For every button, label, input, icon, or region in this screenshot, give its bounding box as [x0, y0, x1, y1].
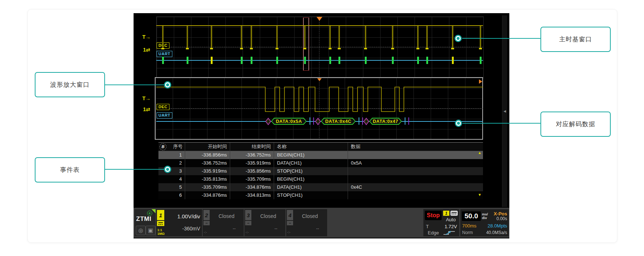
zoom-right-arrow-icon[interactable] [479, 79, 482, 84]
touch-icon[interactable]: ▣ [146, 226, 156, 235]
timebase-unit-bottom: div [482, 216, 487, 220]
uart-bus-label-main[interactable]: UART [157, 51, 172, 57]
trigger-source-badge[interactable]: 1 [443, 211, 449, 216]
trigger-coupling-icon[interactable] [450, 211, 458, 216]
uart-stop-marker-icon [310, 117, 314, 125]
channel-4-block[interactable]: 4−Closed---:- [286, 209, 327, 236]
col-start-time: 开始时间 [185, 143, 230, 151]
side-panel-strip[interactable]: ◀ [502, 15, 507, 207]
scrollbar-up-icon[interactable]: ▲ [478, 151, 482, 155]
decode-burst-tick [452, 57, 454, 64]
table-row[interactable]: 2-336.752ms-335.919msDATA(CH1)0x5A [158, 159, 483, 167]
channel-2-block[interactable]: 2−Closed---:- [203, 209, 244, 236]
uart-data-frame: DATA:0x5A [271, 118, 307, 125]
channel-4-minus-badge[interactable]: − [287, 221, 293, 225]
zoom-center-axis-v [319, 78, 319, 138]
channel-3-block[interactable]: 3−Closed---:- [244, 209, 285, 236]
trigger-mode-label[interactable]: Edge [428, 230, 439, 236]
dec-bus-label-zoom[interactable]: DEC [157, 104, 169, 110]
trigger-level-marker[interactable]: T→ [142, 34, 151, 39]
bus-b-icon[interactable]: B [160, 143, 166, 150]
cell-end-time: -334.876ms [230, 183, 274, 191]
channel-3-offset-placeholder: -- [274, 226, 277, 231]
cell-data [348, 175, 483, 183]
channel-3-badge[interactable]: 3 [245, 210, 251, 220]
channel-2-badge[interactable]: 2 [203, 210, 210, 220]
cell-end-time: -335.856ms [230, 167, 274, 175]
bus-activity-pulse [187, 26, 188, 49]
cell-index: 4 [158, 175, 185, 183]
scrollbar-down-icon[interactable]: ▼ [478, 193, 482, 197]
trigger-level-label: T [426, 224, 429, 229]
pulse-cap [329, 48, 332, 49]
timebase-block[interactable]: 50.0 ms/ div X-Pos 0.00s 700ms 28.0Mpts … [460, 209, 509, 236]
timebase-scale[interactable]: 50.0 [462, 211, 481, 221]
zoom-channel1-position-marker[interactable]: 1⇄ [143, 107, 150, 112]
channel-4-probe-placeholder: -:- [287, 230, 291, 234]
decode-burst-tick [187, 57, 188, 64]
uart-data-frame: DATA:0x47 [369, 118, 402, 125]
channel-3-probe-placeholder: -:- [246, 230, 249, 234]
cell-name: DATA(CH1) [274, 183, 348, 191]
col-data: 数据 [348, 143, 483, 151]
callout-marker-event-table [164, 166, 171, 173]
knob-icon[interactable]: ◎ [136, 226, 146, 235]
channel-1-coupling-icon[interactable] [157, 221, 164, 226]
cell-index: 6 [158, 191, 185, 199]
trigger-status-block[interactable]: Stop 1 Auto T 1.72V Edge [423, 209, 459, 236]
uart-start-marker-icon [265, 118, 272, 125]
bus-activity-pulse [365, 26, 366, 49]
uart-start-marker-icon [363, 118, 370, 125]
zoom-trigger-level-marker[interactable]: T→ [142, 96, 151, 101]
channel-4-badge[interactable]: 4 [287, 210, 293, 220]
cell-start-time: -334.876ms [185, 191, 230, 199]
channel-3-minus-badge[interactable]: − [245, 221, 251, 225]
callout-box-event-table: 事件表 [35, 157, 105, 182]
uart-data-frame-label: DATA:0x5A [272, 118, 306, 124]
brand-logo: ZTMI [136, 215, 151, 223]
channel-4-offset-placeholder: -- [316, 226, 319, 231]
callout-box-zoom-window: 波形放大窗口 [35, 72, 105, 97]
uart-bus-label-zoom[interactable]: UART [157, 112, 172, 118]
rising-edge-icon [442, 230, 456, 236]
decode-burst-tick [304, 57, 306, 64]
table-row[interactable]: 1-336.856ms-336.752msBEGIN(CH1) [158, 151, 483, 159]
uart-data-frame-label: DATA:0x47 [370, 118, 401, 124]
cell-data [348, 167, 483, 175]
page: T→ 1⇄ DEC UART T→ 1⇄ DEC UART B 序号 开始时间 … [0, 0, 644, 256]
run-state-badge[interactable]: Stop [425, 211, 442, 220]
channel-1-block[interactable]: 1 1.00V/div -360mV 1:1 1MΩ [156, 209, 202, 236]
uart-start-marker-icon [315, 118, 321, 125]
cell-name: STOP(CH1) [274, 191, 348, 199]
table-row[interactable]: 4-335.813ms-335.709msBEGIN(CH1) [158, 175, 483, 183]
zoom-trigger-position-icon[interactable] [317, 78, 322, 81]
cell-index: 3 [158, 167, 185, 175]
channel-1-impedance: 1MΩ [157, 232, 165, 236]
channel-1-probe-ratio: 1:1 [157, 228, 162, 232]
callout-line-zoom-window [104, 84, 164, 85]
table-row[interactable]: 5-335.709ms-334.876msDATA(CH1)0x4C [158, 183, 483, 191]
cell-index: 5 [158, 183, 185, 191]
cell-data: 0x4C [348, 183, 483, 191]
side-panel-arrow-icon[interactable]: ◀ [503, 109, 506, 113]
pulse-cap [426, 48, 428, 49]
callout-line-event-table [104, 169, 164, 170]
pulse-cap [338, 48, 341, 49]
cell-end-time: -335.919ms [230, 159, 274, 167]
uart-data-frame: DATA:0x4C [321, 118, 356, 125]
table-row[interactable]: 3-335.919ms-335.856msSTOP(CH1) [158, 167, 483, 175]
bus-activity-pulse [426, 26, 428, 49]
channel-1-badge[interactable]: 1 [157, 210, 164, 220]
trigger-position-icon[interactable] [317, 17, 322, 21]
channel-2-minus-badge[interactable]: − [203, 221, 210, 225]
trigger-sweep-mode[interactable]: Auto [443, 217, 458, 222]
pulse-cap [240, 48, 243, 49]
callout-marker-zoom-window [164, 81, 171, 89]
channel1-position-marker[interactable]: 1⇄ [143, 47, 150, 52]
table-row[interactable]: 6-334.876ms-334.813msSTOP(CH1) [158, 191, 483, 199]
cell-data: 0x5A [348, 159, 483, 167]
sample-rate: 40.0MSa/s [479, 230, 507, 235]
bus-activity-pulse [162, 26, 164, 49]
cell-data [348, 151, 483, 159]
bus-activity-pulse [329, 26, 331, 49]
